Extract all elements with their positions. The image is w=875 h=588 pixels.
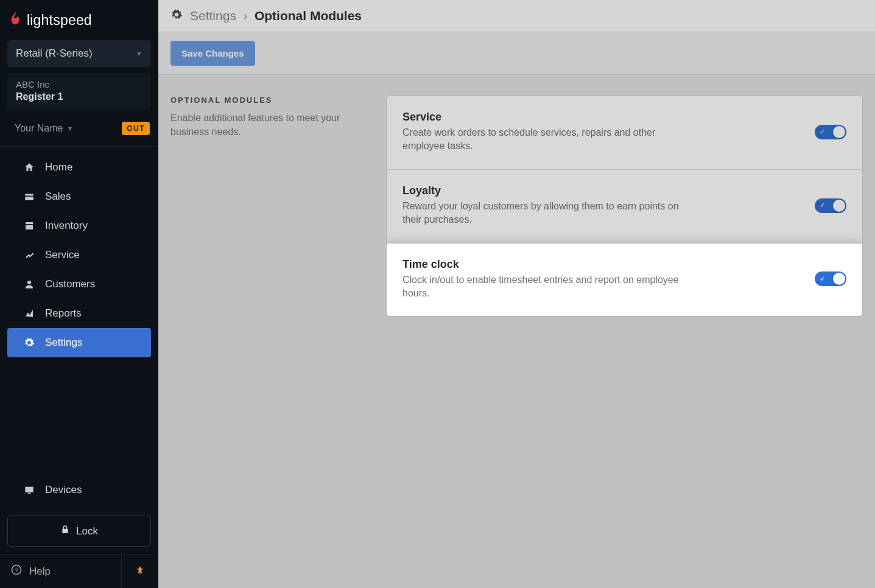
module-time-clock: Time clock Clock in/out to enable timesh… <box>387 243 862 317</box>
module-text: Loyalty Reward your loyal customers by a… <box>402 184 689 227</box>
module-service: Service Create work orders to schedule s… <box>387 96 862 170</box>
check-icon: ✓ <box>820 201 825 209</box>
lock-label: Lock <box>76 525 98 537</box>
status-badge[interactable]: OUT <box>122 122 150 135</box>
logo[interactable]: lightspeed <box>0 0 158 40</box>
gear-icon <box>23 337 35 348</box>
home-icon <box>23 162 35 173</box>
module-title: Time clock <box>402 258 689 271</box>
sidebar-bottom: Devices Lock ? Help <box>0 475 158 588</box>
module-text: Time clock Clock in/out to enable timesh… <box>402 258 689 301</box>
section-intro: OPTIONAL MODULES Enable additional featu… <box>170 96 371 139</box>
account-box[interactable]: ABC Inc Register 1 <box>7 73 151 110</box>
lock-icon <box>60 525 70 537</box>
reports-icon <box>23 308 35 319</box>
sidebar-item-label: Devices <box>45 484 82 496</box>
topbar: Settings › Optional Modules <box>158 0 875 32</box>
sidebar-item-settings[interactable]: Settings <box>7 328 151 357</box>
user-menu[interactable]: Your Name ▼ <box>15 123 73 134</box>
lock-button[interactable]: Lock <box>7 516 151 547</box>
content: OPTIONAL MODULES Enable additional featu… <box>158 75 875 329</box>
sidebar-item-sales[interactable]: Sales <box>7 182 151 211</box>
pin-icon <box>135 565 145 578</box>
module-title: Service <box>402 111 689 124</box>
chevron-right-icon: › <box>244 10 247 23</box>
help-label: Help <box>29 565 51 578</box>
footer-row: ? Help <box>0 554 158 588</box>
inventory-icon <box>23 220 35 231</box>
product-selector-label: Retail (R-Series) <box>16 47 93 60</box>
modules-panel: Service Create work orders to schedule s… <box>386 96 863 317</box>
toggle-knob <box>833 200 845 212</box>
module-loyalty: Loyalty Reward your loyal customers by a… <box>387 170 862 243</box>
actionbar: Save Changes <box>158 32 875 75</box>
check-icon: ✓ <box>820 128 825 136</box>
chevron-down-icon: ▼ <box>136 50 142 57</box>
sidebar-item-inventory[interactable]: Inventory <box>7 211 151 240</box>
customers-icon <box>23 279 35 290</box>
user-row: Your Name ▼ OUT <box>0 113 158 147</box>
save-button[interactable]: Save Changes <box>170 41 255 66</box>
gear-icon <box>170 9 183 23</box>
section-description: Enable additional features to meet your … <box>170 111 371 139</box>
sidebar: lightspeed Retail (R-Series) ▼ ABC Inc R… <box>0 0 158 588</box>
sidebar-item-devices[interactable]: Devices <box>7 475 151 505</box>
toggle-service[interactable]: ✓ <box>815 125 846 139</box>
sidebar-item-reports[interactable]: Reports <box>7 299 151 328</box>
sidebar-item-label: Inventory <box>45 220 88 232</box>
sidebar-item-label: Settings <box>45 337 82 349</box>
toggle-knob <box>833 273 845 285</box>
check-icon: ✓ <box>820 275 825 283</box>
main-nav: Home Sales Inventory Service Customers R… <box>0 147 158 475</box>
devices-icon <box>23 485 35 495</box>
breadcrumb-parent[interactable]: Settings <box>190 9 236 23</box>
flame-icon <box>9 11 22 29</box>
help-icon: ? <box>11 564 22 578</box>
toggle-loyalty[interactable]: ✓ <box>815 198 846 213</box>
svg-point-0 <box>27 281 31 284</box>
sidebar-item-label: Reports <box>45 307 82 320</box>
module-desc: Clock in/out to enable timesheet entries… <box>402 273 689 301</box>
module-desc: Create work orders to schedule services,… <box>402 126 689 153</box>
help-button[interactable]: ? Help <box>0 555 122 588</box>
sidebar-item-customers[interactable]: Customers <box>7 270 151 299</box>
main-area: Settings › Optional Modules Save Changes… <box>158 0 875 588</box>
sidebar-item-label: Home <box>45 161 72 173</box>
sidebar-item-label: Sales <box>45 191 71 203</box>
sidebar-item-label: Customers <box>45 278 95 290</box>
breadcrumb-current: Optional Modules <box>255 9 362 23</box>
sales-icon <box>23 191 35 202</box>
pin-button[interactable] <box>122 555 158 588</box>
module-desc: Reward your loyal customers by allowing … <box>402 200 689 227</box>
service-icon <box>23 250 35 261</box>
toggle-time-clock[interactable]: ✓ <box>815 271 846 286</box>
brand-text: lightspeed <box>27 12 92 29</box>
product-selector[interactable]: Retail (R-Series) ▼ <box>7 40 151 67</box>
module-title: Loyalty <box>402 184 689 197</box>
company-name: ABC Inc <box>16 79 142 89</box>
chevron-down-icon: ▼ <box>66 125 73 132</box>
sidebar-item-home[interactable]: Home <box>7 153 151 182</box>
module-text: Service Create work orders to schedule s… <box>402 111 689 153</box>
sidebar-item-label: Service <box>45 249 80 261</box>
user-name: Your Name <box>15 123 63 134</box>
svg-text:?: ? <box>15 567 18 573</box>
svg-rect-1 <box>25 487 33 492</box>
toggle-knob <box>833 126 845 138</box>
sidebar-item-service[interactable]: Service <box>7 240 151 270</box>
register-name: Register 1 <box>16 91 142 102</box>
section-heading: OPTIONAL MODULES <box>170 96 371 105</box>
